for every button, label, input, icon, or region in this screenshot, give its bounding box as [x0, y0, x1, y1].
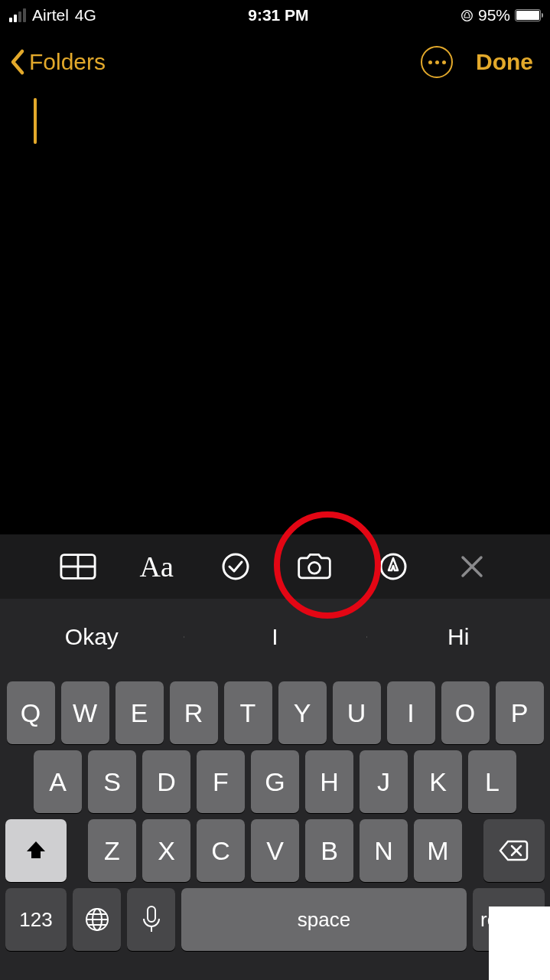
keyboard-accessory-bar: Aa: [0, 534, 550, 599]
rotation-lock-icon: [461, 9, 474, 22]
key-row-1: Q W E R T Y U I O P: [2, 681, 548, 744]
suggestion-3[interactable]: Hi: [366, 624, 550, 650]
key-v[interactable]: V: [251, 819, 299, 882]
table-icon: [60, 553, 96, 580]
svg-point-0: [462, 10, 473, 21]
svg-rect-16: [148, 906, 155, 922]
key-x[interactable]: X: [142, 819, 190, 882]
key-space[interactable]: space: [181, 888, 467, 951]
table-button[interactable]: [60, 548, 96, 585]
key-shift[interactable]: [5, 819, 67, 882]
key-y[interactable]: Y: [278, 681, 327, 744]
overlay-cutout: [489, 906, 550, 980]
key-l[interactable]: L: [468, 750, 516, 813]
battery-pct: 95%: [478, 6, 510, 24]
carrier-label: Airtel: [32, 6, 69, 24]
key-s[interactable]: S: [88, 750, 136, 813]
network-label: 4G: [75, 6, 96, 24]
text-cursor: [34, 98, 37, 144]
markup-icon: [379, 552, 408, 581]
key-j[interactable]: J: [360, 750, 408, 813]
svg-point-5: [309, 562, 321, 573]
camera-button[interactable]: [296, 548, 333, 585]
checklist-icon: [221, 552, 250, 581]
status-bar: Airtel 4G 9:31 PM 95%: [0, 0, 550, 31]
key-z[interactable]: Z: [88, 819, 136, 882]
key-f[interactable]: F: [197, 750, 245, 813]
markup-button[interactable]: [375, 548, 412, 585]
key-mic[interactable]: [127, 888, 175, 951]
mic-icon: [142, 905, 161, 934]
nav-bar: Folders Done: [0, 31, 550, 86]
key-p[interactable]: P: [496, 681, 544, 744]
key-d[interactable]: D: [142, 750, 190, 813]
key-globe[interactable]: [73, 888, 121, 951]
text-format-button[interactable]: Aa: [138, 548, 175, 585]
suggestion-2[interactable]: I: [184, 624, 367, 650]
suggestion-bar: Okay I Hi: [0, 599, 550, 675]
status-left: Airtel 4G: [9, 6, 96, 24]
checklist-button[interactable]: [217, 548, 254, 585]
keyboard: Q W E R T Y U I O P A S D F G H J K L Z …: [0, 675, 550, 980]
key-m[interactable]: M: [414, 819, 462, 882]
suggestion-1[interactable]: Okay: [0, 624, 184, 650]
camera-icon: [296, 551, 333, 582]
back-label: Folders: [29, 49, 106, 75]
key-a[interactable]: A: [34, 750, 82, 813]
svg-point-4: [223, 554, 248, 579]
key-o[interactable]: O: [441, 681, 490, 744]
key-g[interactable]: G: [251, 750, 299, 813]
text-format-icon: Aa: [140, 550, 174, 583]
key-i[interactable]: I: [387, 681, 435, 744]
dismiss-keyboard-button[interactable]: [454, 548, 490, 585]
delete-icon: [499, 839, 529, 862]
globe-icon: [83, 906, 111, 933]
key-c[interactable]: C: [197, 819, 245, 882]
key-e[interactable]: E: [116, 681, 164, 744]
chevron-left-icon: [9, 48, 26, 76]
key-n[interactable]: N: [360, 819, 408, 882]
shift-icon: [24, 838, 48, 863]
key-123[interactable]: 123: [5, 888, 67, 951]
key-b[interactable]: B: [305, 819, 353, 882]
key-h[interactable]: H: [305, 750, 353, 813]
key-u[interactable]: U: [333, 681, 381, 744]
done-button[interactable]: Done: [476, 49, 533, 75]
key-row-2: A S D F G H J K L: [2, 750, 548, 813]
key-r[interactable]: R: [170, 681, 218, 744]
key-k[interactable]: K: [414, 750, 462, 813]
clock: 9:31 PM: [248, 6, 308, 24]
note-editor[interactable]: [0, 86, 550, 514]
key-t[interactable]: T: [224, 681, 272, 744]
key-q[interactable]: Q: [7, 681, 55, 744]
close-icon: [459, 554, 485, 580]
signal-icon: [9, 8, 26, 22]
battery-icon: [515, 9, 541, 21]
back-button[interactable]: Folders: [9, 48, 106, 76]
key-row-3: Z X C V B N M: [2, 819, 548, 882]
more-button[interactable]: [421, 46, 453, 78]
key-row-4: 123 space return: [2, 888, 548, 951]
key-delete[interactable]: [483, 819, 545, 882]
key-w[interactable]: W: [61, 681, 109, 744]
status-right: 95%: [461, 6, 541, 24]
